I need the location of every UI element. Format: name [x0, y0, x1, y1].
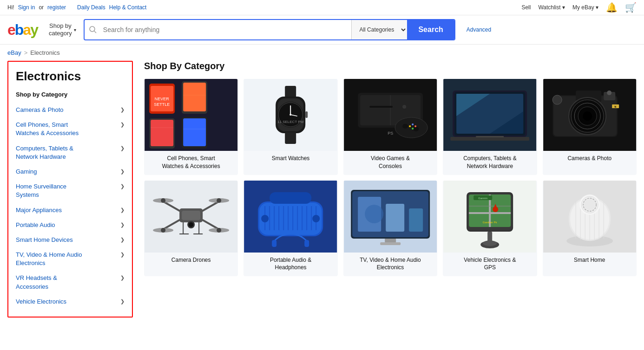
sidebar-item-label-2: Computers, Tablets & Network Hardware [16, 144, 120, 161]
category-img-vehicle-electronics: Garmin Gardner Pk [443, 181, 537, 253]
svg-point-111 [365, 205, 383, 223]
sidebar-item-8[interactable]: TV, Video & Home Audio Electronics ❯ [16, 247, 125, 271]
advanced-search-link[interactable]: Advanced [467, 26, 491, 33]
svg-rect-87 [260, 203, 322, 235]
sidebar-item-label-7: Smart Home Devices [16, 236, 120, 244]
breadcrumb: eBay > Electronics [0, 45, 644, 61]
notification-icon[interactable]: 🔔 [606, 2, 618, 13]
category-card-smart-home[interactable]: Smart Home [543, 181, 637, 277]
search-button[interactable]: Search [407, 20, 454, 39]
svg-rect-14 [183, 118, 206, 146]
svg-text:Garmin: Garmin [479, 197, 488, 200]
svg-text:NEVER: NEVER [155, 97, 170, 101]
sidebar-chevron-icon-6: ❯ [120, 222, 125, 228]
category-card-video-games[interactable]: PS Video Games & Consoles [343, 79, 437, 175]
svg-point-39 [414, 125, 416, 127]
sidebar-item-4[interactable]: Home Surveillance Systems ❯ [16, 179, 125, 202]
svg-point-36 [402, 124, 408, 129]
svg-point-33 [402, 105, 406, 109]
svg-rect-11 [151, 120, 173, 146]
svg-point-78 [217, 198, 221, 203]
svg-rect-66 [182, 211, 200, 220]
svg-text:N: N [614, 105, 616, 108]
sidebar-item-5[interactable]: Major Appliances ❯ [16, 203, 125, 218]
search-input[interactable] [101, 21, 352, 38]
sidebar-item-6[interactable]: Portable Audio ❯ [16, 218, 125, 233]
category-label-vehicle-electronics: Vehicle Electronics & GPS [443, 253, 537, 277]
sidebar-item-7[interactable]: Smart Home Devices ❯ [16, 233, 125, 247]
my-ebay-chevron-icon: ▾ [596, 4, 598, 11]
svg-rect-17 [285, 86, 296, 97]
svg-rect-100 [270, 192, 312, 204]
my-ebay-link[interactable]: My eBay ▾ [572, 4, 598, 11]
svg-rect-110 [409, 208, 423, 232]
sidebar-item-10[interactable]: Vehicle Electronics ❯ [16, 294, 125, 309]
category-card-vehicle-electronics[interactable]: Garmin Gardner Pk Vehicle Electronics & … [443, 181, 537, 277]
category-card-tv-video[interactable]: TV, Video & Home Audio Electronics [343, 181, 437, 277]
sell-link[interactable]: Sell [521, 4, 531, 11]
sidebar-item-label-6: Portable Audio [16, 221, 120, 229]
category-select[interactable]: All Categories [351, 20, 407, 39]
sidebar-chevron-icon-1: ❯ [120, 122, 125, 128]
svg-rect-8 [183, 83, 206, 111]
sidebar-item-label-9: VR Headsets & Accessories [16, 274, 120, 291]
sidebar-chevron-icon-5: ❯ [120, 207, 125, 213]
category-label-video-games: Video Games & Consoles [343, 151, 437, 175]
sidebar-item-label-8: TV, Video & Home Audio Electronics [16, 251, 120, 267]
svg-rect-113 [380, 242, 401, 245]
breadcrumb-separator: > [24, 49, 28, 56]
category-label-smart-watches: Smart Watches [243, 151, 337, 167]
sidebar-item-1[interactable]: Cell Phones, Smart Watches & Accessories… [16, 117, 125, 141]
svg-line-1 [94, 31, 96, 33]
sidebar-chevron-icon-2: ❯ [120, 145, 125, 151]
watchlist-link[interactable]: Watchlist ▾ [538, 4, 565, 11]
category-card-cell-phones[interactable]: NEVER SETTLE Cell Phones, Smart Watches … [144, 79, 238, 175]
sidebar-chevron-icon-8: ❯ [120, 252, 125, 258]
logo[interactable]: ebay [7, 21, 38, 39]
svg-rect-104 [305, 240, 309, 247]
category-card-portable-audio[interactable]: Portable Audio & Headphones [243, 181, 337, 277]
logo-a: a [23, 21, 30, 38]
category-card-drones[interactable]: Camera Drones [144, 181, 238, 277]
category-label-smart-home: Smart Home [543, 253, 637, 269]
category-img-cell-phones: NEVER SETTLE [144, 79, 238, 151]
category-img-portable-audio [243, 181, 337, 253]
cart-icon[interactable]: 🛒 [625, 2, 637, 13]
category-card-computers[interactable]: Computers, Tablets & Network Hardware [443, 79, 537, 175]
svg-point-41 [409, 125, 411, 127]
category-label-cell-phones: Cell Phones, Smart Watches & Accessories [144, 151, 238, 175]
sidebar-item-2[interactable]: Computers, Tablets & Network Hardware ❯ [16, 141, 125, 164]
category-label-computers: Computers, Tablets & Network Hardware [443, 151, 537, 175]
svg-rect-49 [476, 136, 504, 137]
breadcrumb-home[interactable]: eBay [7, 49, 21, 56]
sidebar-item-0[interactable]: Cameras & Photo ❯ [16, 103, 125, 117]
daily-deals-link[interactable]: Daily Deals [77, 4, 105, 11]
category-card-cameras[interactable]: N Cameras & Photo [543, 79, 637, 175]
register-link[interactable]: register [47, 4, 66, 11]
top-bar-right: Sell Watchlist ▾ My eBay ▾ 🔔 🛒 [521, 2, 637, 13]
shop-by-category-button[interactable]: Shop by category ▾ [49, 22, 76, 37]
help-contact-link[interactable]: Help & Contact [109, 4, 147, 11]
svg-point-128 [483, 240, 497, 246]
category-img-video-games: PS [343, 79, 437, 151]
svg-point-68 [189, 222, 193, 227]
sidebar-item-label-5: Major Appliances [16, 206, 120, 214]
svg-point-40 [412, 128, 414, 130]
sidebar-item-3[interactable]: Gaming ❯ [16, 164, 125, 179]
signin-link[interactable]: Sign in [18, 4, 35, 11]
svg-point-60 [583, 111, 592, 121]
top-bar-left: Hi! Sign in or register Daily Deals Help… [7, 4, 146, 11]
or-text: or [39, 4, 44, 11]
svg-text:SETTLE: SETTLE [154, 102, 170, 107]
sidebar-chevron-icon-7: ❯ [120, 237, 125, 243]
svg-point-101 [313, 215, 320, 222]
search-bar: All Categories Search [84, 19, 455, 40]
svg-point-38 [412, 123, 414, 125]
category-img-smart-home [543, 181, 637, 253]
sidebar-item-9[interactable]: VR Headsets & Accessories ❯ [16, 271, 125, 294]
category-card-smart-watches[interactable]: 11 SELECT PM Smart Watches [243, 79, 337, 175]
sidebar-item-label-10: Vehicle Electronics [16, 298, 120, 306]
sidebar-item-label-0: Cameras & Photo [16, 106, 120, 114]
category-label-tv-video: TV, Video & Home Audio Electronics [343, 253, 437, 277]
svg-rect-103 [272, 240, 277, 247]
